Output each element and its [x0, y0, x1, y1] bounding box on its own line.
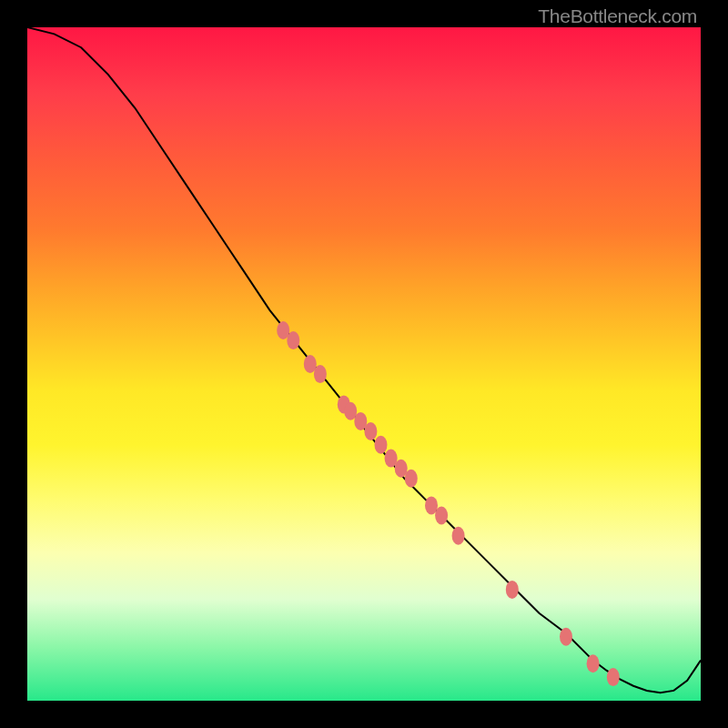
- plot-area: [27, 27, 701, 701]
- marker-group: [277, 321, 620, 686]
- data-marker: [375, 436, 388, 454]
- data-marker: [587, 654, 600, 672]
- data-marker: [506, 581, 519, 599]
- data-marker: [607, 668, 620, 686]
- data-marker: [314, 365, 327, 383]
- curve-line: [27, 27, 701, 693]
- chart-svg: [27, 27, 701, 701]
- data-marker: [452, 527, 465, 545]
- data-marker: [560, 628, 572, 646]
- data-marker: [287, 331, 299, 349]
- data-marker: [405, 470, 418, 488]
- watermark-text: TheBottleneck.com: [538, 5, 697, 27]
- data-marker: [364, 422, 377, 440]
- data-marker: [435, 507, 448, 525]
- chart-container: TheBottleneck.com: [0, 0, 728, 728]
